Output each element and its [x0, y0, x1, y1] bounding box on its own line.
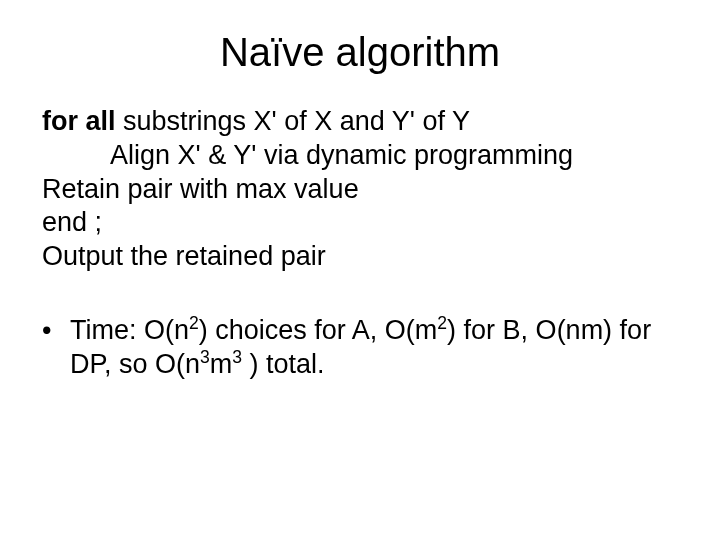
- algo-line-retain: Retain pair with max value: [42, 173, 678, 207]
- time-exp3: 3: [200, 347, 210, 367]
- time-exp4: 3: [232, 347, 242, 367]
- time-exp1: 2: [189, 313, 199, 333]
- time-part1: Time: O(n: [70, 315, 189, 345]
- bullet-list: • Time: O(n2) choices for A, O(m2) for B…: [42, 314, 678, 382]
- time-part2: ) choices for A, O(m: [199, 315, 438, 345]
- algo-line-for: for all substrings X' of X and Y' of Y: [42, 105, 678, 139]
- align-text: Align X' & Y' via dynamic programming: [42, 139, 573, 173]
- algo-line-output: Output the retained pair: [42, 240, 678, 274]
- time-part5: ) total.: [242, 349, 325, 379]
- time-exp2: 2: [437, 313, 447, 333]
- bullet-dot-icon: •: [42, 314, 70, 382]
- bullet-time: • Time: O(n2) choices for A, O(m2) for B…: [42, 314, 678, 382]
- time-part4: m: [210, 349, 233, 379]
- algo-line-end: end ;: [42, 206, 678, 240]
- bullet-time-text: Time: O(n2) choices for A, O(m2) for B, …: [70, 314, 678, 382]
- slide-title: Naïve algorithm: [42, 30, 678, 75]
- slide: Naïve algorithm for all substrings X' of…: [0, 0, 720, 540]
- keyword-for-all: for all: [42, 106, 116, 136]
- for-rest: substrings X' of X and Y' of Y: [116, 106, 471, 136]
- algorithm-block: for all substrings X' of X and Y' of Y A…: [42, 105, 678, 274]
- algo-line-align: Align X' & Y' via dynamic programming: [42, 139, 678, 173]
